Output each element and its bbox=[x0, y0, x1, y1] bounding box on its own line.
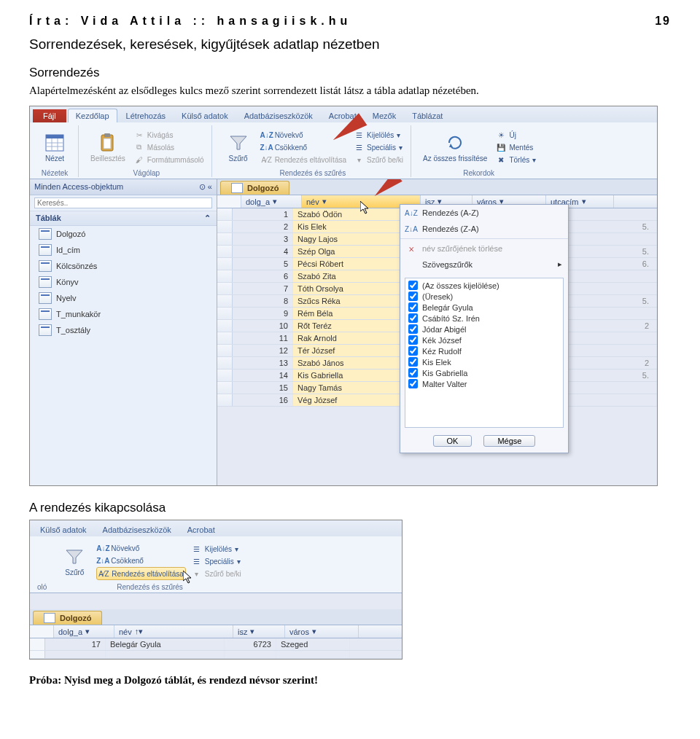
cell-id[interactable]: 14 bbox=[233, 370, 293, 381]
nav-table-item[interactable]: Id_cím bbox=[30, 242, 217, 258]
advanced-filter-button[interactable]: ☰Speciális ▾ bbox=[352, 141, 405, 153]
filter-value-item[interactable]: Malter Valter bbox=[408, 378, 560, 389]
cell-id[interactable]: 13 bbox=[233, 357, 293, 369]
row-selector[interactable] bbox=[217, 357, 233, 369]
nav-table-item[interactable]: T_osztály bbox=[30, 322, 217, 338]
cell-name[interactable]: Tóth Orsolya bbox=[293, 283, 412, 294]
cell-name[interactable]: Szabó Ödön bbox=[293, 208, 412, 220]
paste-button[interactable]: Beillesztés bbox=[88, 131, 128, 164]
cancel-button[interactable]: Mégse bbox=[483, 435, 535, 447]
filter-checkbox[interactable] bbox=[408, 379, 418, 388]
cell-name[interactable]: Szabó Zita bbox=[293, 270, 412, 282]
tab-create[interactable]: Létrehozás bbox=[119, 109, 173, 122]
cell-id[interactable]: 4 bbox=[233, 246, 293, 257]
ctx-text-filters[interactable]: Szövegszűrők▸ bbox=[400, 257, 568, 272]
cell-id[interactable]: 9 bbox=[233, 308, 293, 319]
tab-file[interactable]: Fájl bbox=[33, 109, 66, 122]
selection-filter-button[interactable]: ☰Kijelölés ▾ bbox=[190, 543, 243, 555]
tab-table[interactable]: Táblázat bbox=[405, 109, 450, 122]
filter-value-item[interactable]: Kéz Rudolf bbox=[408, 345, 560, 356]
cell-name[interactable]: Vég József bbox=[293, 394, 412, 406]
cell-name[interactable]: Tér József bbox=[293, 345, 412, 356]
tab-fields[interactable]: Mezők bbox=[365, 109, 403, 122]
filter-checkbox[interactable] bbox=[408, 335, 418, 345]
nav-category-tables[interactable]: Táblák ⌃ bbox=[30, 211, 217, 226]
row-selector[interactable] bbox=[30, 651, 45, 658]
format-painter-button[interactable]: 🖌Formátummásoló bbox=[133, 154, 206, 165]
cell-id[interactable]: 6 bbox=[233, 270, 293, 282]
row-selector[interactable] bbox=[217, 382, 233, 394]
filter-value-item[interactable]: Kék József bbox=[408, 335, 560, 345]
toggle-filter-button[interactable]: ▾Szűrő be/ki bbox=[190, 568, 243, 579]
cell-name[interactable]: Szép Olga bbox=[293, 246, 412, 257]
cell-id[interactable]: 11 bbox=[233, 332, 293, 344]
column-header-city[interactable]: város ▾ bbox=[285, 625, 359, 638]
filter-checkbox[interactable] bbox=[408, 281, 418, 290]
cell-id[interactable]: 12 bbox=[233, 345, 293, 356]
filter-value-item[interactable]: Kis Gabriella bbox=[408, 367, 560, 378]
tab-database-tools[interactable]: Adatbáziseszközök bbox=[96, 523, 179, 536]
ctx-sort-desc[interactable]: Z↓ARendezés (Z-A) bbox=[400, 221, 568, 237]
cell-name[interactable]: Rőt Teréz bbox=[293, 320, 412, 332]
cell-id[interactable]: 15 bbox=[233, 382, 293, 394]
nav-table-item[interactable]: T_munkakör bbox=[30, 306, 217, 322]
filter-value-item[interactable]: (Az összes kijelölése) bbox=[408, 280, 560, 291]
cell-id[interactable]: 3 bbox=[233, 233, 293, 245]
filter-checkbox[interactable] bbox=[408, 302, 418, 312]
save-record-button[interactable]: 💾Mentés bbox=[494, 141, 537, 153]
row-selector[interactable] bbox=[217, 208, 233, 220]
cell-id[interactable]: 5 bbox=[233, 258, 293, 270]
cell-name[interactable]: Szűcs Réka bbox=[293, 295, 412, 307]
cell-id[interactable]: 2 bbox=[233, 221, 293, 232]
ok-button[interactable]: OK bbox=[433, 435, 472, 447]
row-selector[interactable] bbox=[217, 246, 233, 257]
remove-sort-button[interactable]: A⁄ZRendezés eltávolítása bbox=[96, 567, 185, 580]
row-selector[interactable] bbox=[217, 233, 233, 245]
remove-sort-button[interactable]: A⁄ZRendezés eltávolítása bbox=[260, 154, 348, 165]
new-record-button[interactable]: ☀Új bbox=[494, 129, 537, 141]
row-selector-header[interactable] bbox=[217, 195, 241, 208]
row-selector[interactable] bbox=[217, 308, 233, 319]
nav-table-item[interactable]: Nyelv bbox=[30, 290, 217, 306]
cell-name[interactable]: Szabó János bbox=[293, 357, 412, 369]
column-header-isz[interactable]: isz ▾ bbox=[233, 625, 285, 638]
column-header-name[interactable]: név ↑▾ bbox=[114, 625, 233, 638]
filter-button[interactable]: Szűrő bbox=[57, 545, 92, 578]
filter-checkbox[interactable] bbox=[408, 357, 418, 367]
cell-name[interactable]: Rak Arnold bbox=[293, 332, 412, 344]
tab-external-data[interactable]: Külső adatok bbox=[33, 523, 94, 536]
row-selector[interactable] bbox=[217, 345, 233, 356]
sort-desc-button[interactable]: Z↓ACsökkenő bbox=[96, 555, 185, 566]
cell-name[interactable]: Kis Gabriella bbox=[293, 370, 412, 381]
cell-name[interactable]: Pécsi Róbert bbox=[293, 258, 412, 270]
filter-button[interactable]: Szűrő bbox=[221, 131, 256, 164]
cell-id[interactable]: 7 bbox=[233, 283, 293, 294]
table-row[interactable]: 17 Belegár Gyula 6723 Szeged bbox=[30, 638, 402, 651]
filter-checkbox[interactable] bbox=[408, 346, 418, 356]
row-selector[interactable] bbox=[217, 221, 233, 232]
cell-name[interactable]: Nagy Lajos bbox=[293, 233, 412, 245]
ctx-sort-asc[interactable]: A↓ZRendezés (A-Z) bbox=[400, 205, 568, 221]
cell-name[interactable]: Kis Elek bbox=[293, 221, 412, 232]
tab-home[interactable]: Kezdőlap bbox=[68, 109, 117, 122]
row-selector[interactable] bbox=[217, 270, 233, 282]
sort-asc-button[interactable]: A↓ZNövekvő bbox=[96, 542, 185, 554]
filter-checkbox[interactable] bbox=[408, 292, 418, 301]
tab-external-data[interactable]: Külső adatok bbox=[174, 109, 236, 122]
cell-isz[interactable]: 6723 bbox=[225, 638, 276, 650]
row-selector[interactable] bbox=[217, 295, 233, 307]
filter-value-item[interactable]: (Üresek) bbox=[408, 291, 560, 302]
view-button[interactable]: Nézet bbox=[37, 131, 72, 164]
cell-name[interactable]: Belegár Gyula bbox=[106, 638, 225, 650]
cell-name[interactable]: Nagy Tamás bbox=[293, 382, 412, 394]
copy-button[interactable]: ⧉Másolás bbox=[133, 141, 206, 153]
tab-acrobat[interactable]: Acrobat bbox=[180, 523, 222, 536]
row-selector[interactable] bbox=[217, 283, 233, 294]
cut-button[interactable]: ✂Kivágás bbox=[133, 129, 206, 141]
cell-id[interactable]: 8 bbox=[233, 295, 293, 307]
cell-id[interactable]: 1 bbox=[233, 208, 293, 220]
filter-checkbox[interactable] bbox=[408, 313, 418, 323]
row-selector[interactable] bbox=[217, 370, 233, 381]
doc-tab-dolgozo[interactable]: Dolgozó bbox=[220, 181, 289, 195]
row-selector[interactable] bbox=[217, 394, 233, 406]
